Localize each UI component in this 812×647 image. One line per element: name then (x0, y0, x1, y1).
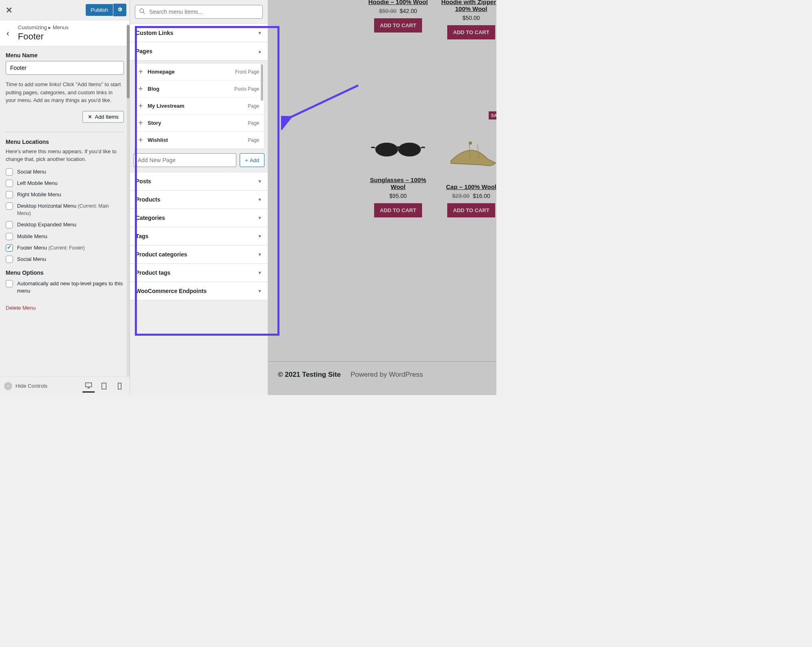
page-type: Page (248, 120, 259, 126)
accordion-section-tags[interactable]: Tags ▼ (130, 227, 268, 245)
chevron-down-icon: ▼ (258, 30, 262, 35)
accordion-section-product-tags[interactable]: Product tags ▼ (130, 264, 268, 282)
page-item[interactable]: + My Livestream Page (134, 98, 264, 115)
auto-add-row[interactable]: Automatically add new top-level pages to… (6, 280, 124, 295)
chevron-down-icon: ▼ (258, 289, 262, 293)
add-new-page-button[interactable]: + Add (240, 153, 264, 167)
add-new-page-input[interactable] (133, 153, 236, 167)
accordion-section-pages[interactable]: Pages ▲ (130, 42, 268, 61)
chevron-down-icon: ▼ (258, 270, 262, 275)
page-name: Story (148, 120, 161, 126)
location-row[interactable]: Desktop Horizontal Menu (Current: Main M… (6, 202, 124, 217)
checkbox-icon[interactable] (6, 233, 13, 240)
accordion-label: Pages (136, 48, 152, 54)
chevron-down-icon: ▼ (258, 252, 262, 257)
svg-rect-0 (86, 383, 92, 387)
panel-scrollbar[interactable] (127, 24, 130, 376)
accordion-section-posts[interactable]: Posts ▼ (130, 172, 268, 191)
checkbox-icon[interactable] (6, 244, 13, 252)
page-item[interactable]: + Wishlist Page (134, 132, 264, 149)
checkbox-icon[interactable] (6, 256, 13, 263)
page-item[interactable]: + Homepage Front Page (134, 63, 264, 80)
location-label: Left Mobile Menu (17, 180, 58, 187)
back-chevron-icon[interactable]: ‹ (5, 28, 18, 38)
checkbox-icon[interactable] (6, 202, 13, 210)
checkbox-icon[interactable] (6, 280, 13, 287)
device-mobile-icon[interactable] (113, 380, 126, 393)
svg-point-3 (140, 9, 143, 13)
location-row[interactable]: Mobile Menu (6, 233, 124, 240)
page-name: Blog (148, 86, 160, 92)
location-sublabel: (Current: Footer) (48, 245, 84, 251)
accordion-body: + Homepage Front Page + Blog Posts Page … (130, 61, 268, 172)
page-item[interactable]: + Blog Posts Page (134, 80, 264, 98)
plus-icon: + (139, 85, 143, 93)
svg-rect-2 (118, 383, 121, 389)
accordion-section-categories[interactable]: Categories ▼ (130, 209, 268, 227)
publish-group: Publish (86, 4, 126, 16)
locations-heading: Menu Locations (6, 139, 124, 145)
delete-menu-link[interactable]: Delete Menu (6, 305, 36, 311)
location-label: Footer Menu (Current: Footer) (17, 244, 85, 252)
location-row[interactable]: Right Mobile Menu (6, 191, 124, 198)
plus-icon: + (139, 136, 143, 144)
location-label: Right Mobile Menu (17, 191, 61, 198)
add-button-label: Add (250, 157, 259, 163)
chevron-down-icon: ▼ (258, 179, 262, 184)
add-items-button[interactable]: ✕ Add Items (82, 111, 124, 123)
location-label: Social Menu (17, 256, 46, 263)
checkbox-icon[interactable] (6, 191, 13, 198)
accordion-section-product-categories[interactable]: Product categories ▼ (130, 245, 268, 264)
accordion-label: Product categories (136, 251, 187, 258)
page-type: Front Page (235, 69, 259, 75)
breadcrumb-prefix: Customizing (18, 24, 47, 30)
page-type: Page (248, 137, 259, 143)
menu-name-input[interactable] (6, 61, 124, 75)
location-row[interactable]: Footer Menu (Current: Footer) (6, 244, 124, 252)
location-row[interactable]: Social Menu (6, 168, 124, 176)
accordion-section-products[interactable]: Products ▼ (130, 191, 268, 209)
page-type: Posts Page (234, 86, 259, 92)
plus-icon: + (139, 67, 143, 76)
pages-scrollbar[interactable] (261, 63, 263, 149)
accordion-label: Categories (136, 215, 165, 221)
chevron-down-icon: ▼ (258, 215, 262, 220)
hide-controls-button[interactable]: ‹ Hide Controls (4, 382, 79, 390)
close-icon-small: ✕ (88, 114, 92, 120)
location-row[interactable]: Social Menu (6, 256, 124, 263)
location-sublabel: (Current: Main Menu) (17, 203, 109, 216)
svg-rect-1 (102, 383, 106, 389)
add-items-label: Add Items (95, 114, 119, 120)
breadcrumb: Customizing ▸ Menus Footer (18, 24, 125, 42)
search-input[interactable] (135, 5, 263, 19)
panel-body: Menu Name Time to add some links! Click … (0, 46, 130, 376)
page-name: Homepage (148, 69, 175, 75)
accordion-section-custom-links[interactable]: Custom Links ▼ (130, 24, 268, 42)
item-accordion: Custom Links ▼Pages ▲ + Homepage Front P… (130, 24, 268, 300)
accordion-label: Products (136, 196, 160, 203)
device-tablet-icon[interactable] (98, 380, 110, 393)
location-row[interactable]: Left Mobile Menu (6, 180, 124, 187)
chevron-up-icon: ▲ (258, 49, 262, 54)
hide-controls-label: Hide Controls (15, 383, 48, 389)
help-text: Time to add some links! Click "Add Items… (6, 80, 124, 104)
breadcrumb-parent: Menus (53, 24, 69, 30)
checkbox-icon[interactable] (6, 180, 13, 187)
device-desktop-icon[interactable] (82, 380, 95, 393)
locations-desc: Here's where this menu appears. If you'd… (6, 148, 124, 163)
checkbox-icon[interactable] (6, 168, 13, 176)
site-preview: Hoodie – 100% Wool $50.00 $42.00 ADD TO … (268, 0, 496, 395)
menu-name-label: Menu Name (6, 52, 124, 59)
customizer-sidebar: ✕ Publish ‹ Customizing ▸ Menus Footer M… (0, 0, 130, 395)
page-item[interactable]: + Story Page (134, 115, 264, 132)
close-icon[interactable]: ✕ (3, 3, 15, 17)
location-row[interactable]: Desktop Expanded Menu (6, 221, 124, 228)
publish-button[interactable]: Publish (86, 4, 113, 16)
accordion-section-woocommerce-endpoints[interactable]: WooCommerce Endpoints ▼ (130, 282, 268, 300)
page-name: My Livestream (148, 103, 184, 109)
checkbox-icon[interactable] (6, 221, 13, 228)
gear-icon[interactable] (113, 4, 126, 16)
pages-list: + Homepage Front Page + Blog Posts Page … (133, 63, 264, 149)
chevron-left-icon: ‹ (4, 382, 12, 390)
sidebar-top: ✕ Publish (0, 0, 130, 20)
